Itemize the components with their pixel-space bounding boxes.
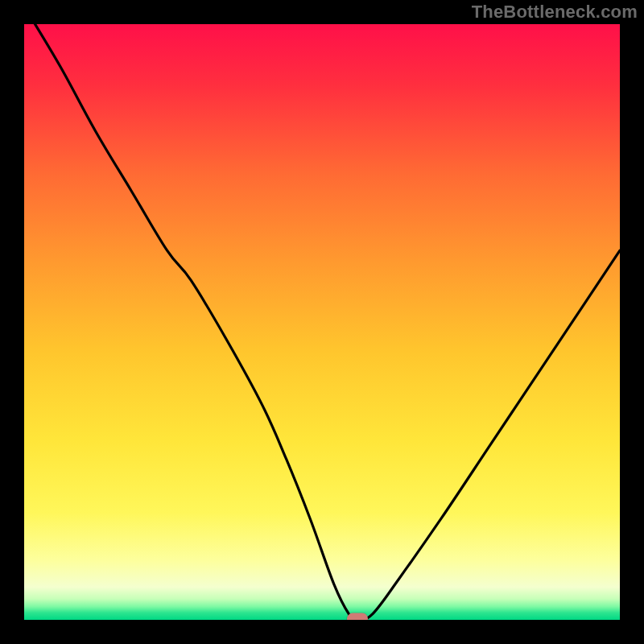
plot-area [24,24,620,620]
bottleneck-curve [24,24,620,620]
watermark-text: TheBottleneck.com [472,2,638,23]
optimal-marker [347,613,368,620]
chart-frame: TheBottleneck.com [0,0,644,644]
